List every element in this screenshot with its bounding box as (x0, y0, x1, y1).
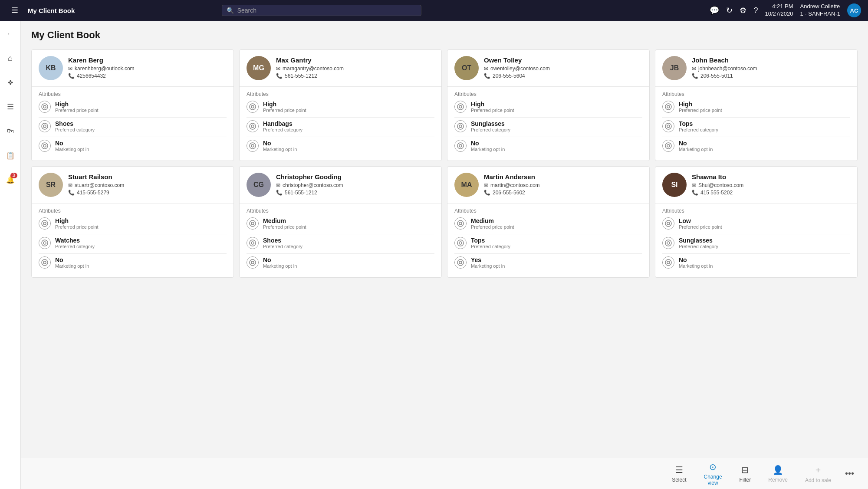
client-avatar: SI (662, 173, 687, 197)
svg-point-25 (43, 222, 46, 225)
sidebar-item-badge[interactable]: 🔔 3 (3, 172, 18, 187)
svg-point-34 (250, 259, 256, 266)
client-card[interactable]: SI Shawna Ito ✉ Shul@contoso.com 📞 415 5… (655, 166, 858, 278)
select-button[interactable]: ☰ Select (665, 461, 693, 486)
settings-icon[interactable]: ⚙ (740, 6, 746, 15)
add-to-sale-label: Add to sale (805, 477, 831, 483)
email-icon: ✉ (692, 182, 696, 188)
category-value: Shoes (263, 237, 302, 244)
marketing-label: Marketing opt in (471, 147, 505, 152)
client-name: Shawna Ito (692, 173, 850, 181)
add-to-sale-button[interactable]: ＋ Add to sale (798, 460, 838, 487)
category-attr: Handbags Preferred category (247, 120, 434, 132)
marketing-icon (39, 256, 51, 269)
card-body: Attributes Low Preferred price point Sun… (655, 203, 857, 277)
client-avatar: MA (454, 173, 479, 197)
client-card[interactable]: MA Martin Andersen ✉ martin@contoso.com … (447, 166, 650, 278)
filter-label: Filter (740, 477, 751, 483)
svg-point-41 (459, 261, 462, 264)
category-attr: Sunglasses Preferred category (662, 237, 850, 249)
price-point-text: Low Preferred price point (679, 217, 722, 230)
email-icon: ✉ (276, 182, 280, 188)
price-point-label: Preferred price point (55, 108, 99, 113)
category-label: Preferred category (471, 244, 510, 249)
card-body: Attributes Medium Preferred price point … (240, 203, 441, 277)
sidebar-item-menu[interactable]: ☰ (3, 99, 18, 115)
client-avatar: CG (247, 173, 271, 197)
attributes-label: Attributes (454, 91, 642, 97)
client-phone: 📞 561-555-1212 (276, 190, 434, 196)
marketing-icon (247, 256, 259, 269)
category-icon (454, 120, 467, 132)
svg-point-20 (665, 123, 671, 129)
category-icon (454, 237, 467, 249)
category-label: Preferred category (263, 127, 302, 132)
client-card[interactable]: JB John Beach ✉ johnbeach@contoso.com 📞 … (655, 49, 858, 161)
price-point-text: Medium Preferred price point (263, 217, 306, 230)
category-icon (662, 237, 674, 249)
svg-point-0 (42, 104, 48, 110)
category-text: Sunglasses Preferred category (679, 237, 718, 249)
refresh-icon[interactable]: ↻ (726, 6, 733, 15)
client-card[interactable]: OT Owen Tolley ✉ owentolley@contoso.com … (447, 49, 650, 161)
search-icon: 🔍 (227, 7, 234, 14)
topbar-date: 10/27/2020 (765, 10, 793, 18)
change-view-button[interactable]: ⊙ Changeview (697, 458, 729, 489)
attributes-label: Attributes (662, 208, 850, 214)
topbar-icons: 💬 ↻ ⚙ ? 4:21 PM 10/27/2020 Andrew Collet… (710, 3, 861, 18)
card-info: Max Gantry ✉ maragantry@contoso.com 📞 56… (276, 56, 434, 80)
add-to-sale-icon: ＋ (814, 464, 822, 476)
chat-icon[interactable]: 💬 (710, 6, 719, 15)
svg-point-32 (250, 240, 256, 246)
phone-icon: 📞 (692, 190, 698, 196)
price-point-icon (662, 217, 674, 230)
client-card[interactable]: SR Stuart Railson ✉ stuartr@contoso.com … (31, 166, 234, 278)
category-text: Handbags Preferred category (263, 120, 302, 132)
marketing-label: Marketing opt in (679, 263, 713, 269)
marketing-label: Marketing opt in (471, 263, 505, 269)
sidebar-item-notes[interactable]: 📋 (3, 148, 18, 163)
card-header: JB John Beach ✉ johnbeach@contoso.com 📞 … (655, 50, 857, 87)
marketing-attr: No Marketing opt in (454, 140, 642, 152)
svg-point-14 (457, 123, 464, 129)
category-value: Sunglasses (679, 237, 718, 244)
divider (39, 137, 227, 137)
price-point-icon (39, 217, 51, 230)
attributes-label: Attributes (454, 208, 642, 214)
category-text: Sunglasses Preferred category (471, 120, 510, 132)
marketing-text: No Marketing opt in (679, 256, 713, 269)
client-card[interactable]: CG Christopher Gooding ✉ christopher@con… (239, 166, 442, 278)
sidebar-item-shopping[interactable]: 🛍 (3, 123, 18, 139)
sidebar-item-back[interactable]: ← (3, 26, 18, 42)
divider (454, 253, 642, 254)
card-info: Christopher Gooding ✉ christopher@contos… (276, 173, 434, 197)
client-phone: 📞 206-555-5604 (484, 73, 642, 79)
sidebar-item-apps[interactable]: ❖ (3, 75, 18, 90)
attributes-label: Attributes (247, 91, 434, 97)
svg-point-37 (459, 222, 462, 225)
search-bar[interactable]: 🔍 Search (222, 5, 421, 16)
svg-point-23 (667, 144, 670, 147)
user-avatar[interactable]: AC (847, 3, 861, 17)
hamburger-icon[interactable]: ☰ (7, 3, 23, 18)
client-phone: 📞 561-555-1212 (276, 73, 434, 79)
filter-button[interactable]: ⊟ Filter (733, 461, 758, 486)
client-card[interactable]: MG Max Gantry ✉ maragantry@contoso.com 📞… (239, 49, 442, 161)
remove-button[interactable]: 👤 Remove (761, 461, 795, 486)
client-card[interactable]: KB Karen Berg ✉ karenhberg@outlook.com 📞… (31, 49, 234, 161)
divider (39, 253, 227, 254)
category-label: Preferred category (679, 244, 718, 249)
client-name: Christopher Gooding (276, 173, 434, 181)
svg-point-33 (251, 242, 254, 244)
email-icon: ✉ (68, 182, 72, 188)
price-point-icon (247, 217, 259, 230)
help-icon[interactable]: ? (753, 6, 758, 15)
svg-point-13 (459, 105, 462, 108)
marketing-text: Yes Marketing opt in (471, 256, 505, 269)
more-icon[interactable]: ••• (842, 465, 858, 482)
sidebar-item-home[interactable]: ⌂ (3, 50, 18, 66)
card-header: SI Shawna Ito ✉ Shul@contoso.com 📞 415 5… (655, 167, 857, 203)
price-point-icon (39, 101, 51, 113)
price-point-text: High Preferred price point (471, 101, 514, 113)
svg-point-36 (457, 220, 464, 226)
